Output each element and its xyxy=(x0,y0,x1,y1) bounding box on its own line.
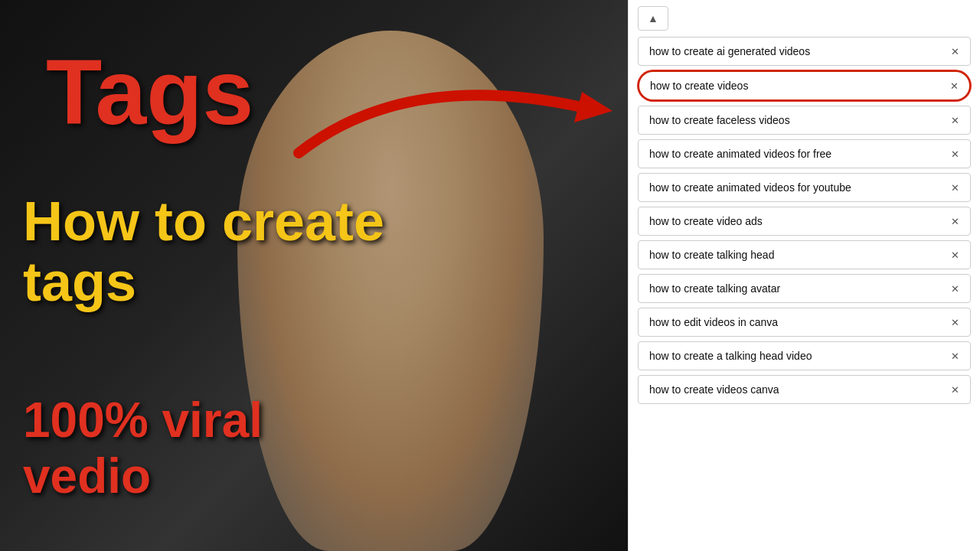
tag-text: how to create animated videos for free xyxy=(649,148,945,160)
tag-close-icon[interactable]: ✕ xyxy=(951,283,959,295)
collapse-button[interactable]: ▲ xyxy=(638,6,668,31)
tag-text: how to create videos xyxy=(650,80,944,92)
viral-text: 100% viral vedio xyxy=(23,393,263,505)
tag-close-icon[interactable]: ✕ xyxy=(951,384,959,396)
tag-item[interactable]: how to create video ads✕ xyxy=(638,207,971,236)
tag-close-icon[interactable]: ✕ xyxy=(951,317,959,328)
tag-item[interactable]: how to create ai generated videos✕ xyxy=(638,37,971,66)
tag-close-icon[interactable]: ✕ xyxy=(950,80,959,92)
tag-item[interactable]: how to create a talking head video✕ xyxy=(638,341,971,370)
tag-close-icon[interactable]: ✕ xyxy=(951,115,959,126)
tag-text: how to create ai generated videos xyxy=(649,45,945,57)
tag-close-icon[interactable]: ✕ xyxy=(951,46,959,57)
tag-item[interactable]: how to create animated videos for free✕ xyxy=(638,139,971,168)
tag-close-icon[interactable]: ✕ xyxy=(951,216,959,227)
tag-text: how to create talking head xyxy=(649,249,945,261)
tags-panel: ▲ how to create ai generated videos✕how … xyxy=(628,0,980,551)
tag-text: how to create video ads xyxy=(649,215,945,227)
subtitle-text: How to create tags xyxy=(23,191,384,312)
tag-text: how to create a talking head video xyxy=(649,350,945,362)
arrow-graphic xyxy=(291,61,620,176)
tags-list: how to create ai generated videos✕how to… xyxy=(629,37,980,404)
tag-item[interactable]: how to create videos canva✕ xyxy=(638,375,971,404)
tag-item[interactable]: how to create animated videos for youtub… xyxy=(638,173,971,202)
tag-item[interactable]: how to edit videos in canva✕ xyxy=(638,308,971,337)
tag-item[interactable]: how to create faceless videos✕ xyxy=(638,106,971,135)
tag-text: how to create talking avatar xyxy=(649,282,945,295)
tag-text: how to create videos canva xyxy=(649,383,945,396)
tag-close-icon[interactable]: ✕ xyxy=(951,350,959,362)
tags-title: Tags xyxy=(46,46,253,138)
tag-text: how to edit videos in canva xyxy=(649,316,945,328)
tag-text: how to create faceless videos xyxy=(649,114,945,126)
tag-close-icon[interactable]: ✕ xyxy=(951,148,959,160)
tag-item[interactable]: how to create talking head✕ xyxy=(638,240,971,269)
tag-item[interactable]: how to create videos✕ xyxy=(638,70,971,101)
tag-item[interactable]: how to create talking avatar✕ xyxy=(638,274,971,303)
tag-text: how to create animated videos for youtub… xyxy=(649,181,945,194)
svg-marker-0 xyxy=(574,92,612,122)
tag-close-icon[interactable]: ✕ xyxy=(951,249,959,261)
tag-close-icon[interactable]: ✕ xyxy=(951,182,959,194)
video-thumbnail: Tags How to create tags 100% viral vedio xyxy=(0,0,628,551)
